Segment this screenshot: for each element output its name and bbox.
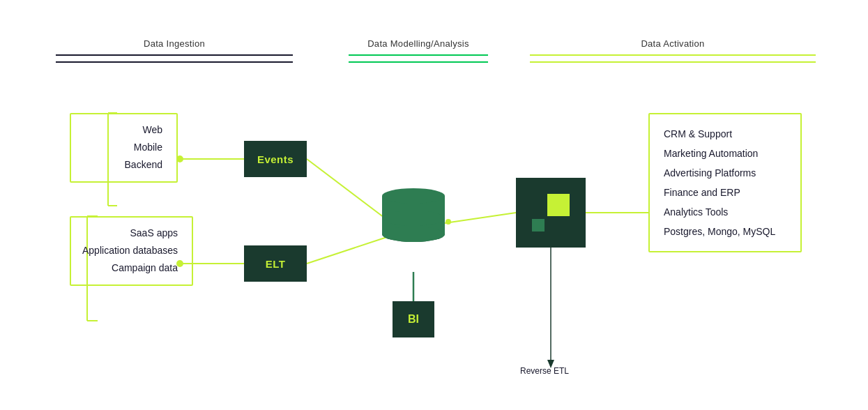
- activation-advertising: Advertising Platforms: [664, 163, 786, 183]
- elt-box: ELT: [244, 245, 307, 282]
- activation-analytics: Analytics Tools: [664, 202, 786, 222]
- section-header-activation: Data Activation: [530, 38, 816, 63]
- logo-inner: [532, 194, 570, 231]
- source-app-db: Application databases: [82, 242, 181, 259]
- svg-line-4: [445, 213, 516, 223]
- activation-label: Data Activation: [641, 38, 704, 49]
- source-group-top: Web Mobile Backend: [70, 113, 178, 183]
- ingestion-label: Data Ingestion: [144, 38, 205, 49]
- logo-square-big: [547, 194, 570, 216]
- svg-line-2: [307, 159, 387, 220]
- section-header-ingestion: Data Ingestion: [56, 38, 293, 63]
- source-mobile: Mobile: [82, 139, 165, 156]
- database-cylinder: [382, 188, 445, 242]
- bi-box: BI: [393, 301, 434, 337]
- activation-marketing: Marketing Automation: [664, 144, 786, 163]
- modelling-label: Data Modelling/Analysis: [367, 38, 469, 49]
- activation-finance: Finance and ERP: [664, 183, 786, 202]
- svg-point-5: [446, 219, 451, 225]
- activation-crm: CRM & Support: [664, 124, 786, 144]
- section-header-modelling: Data Modelling/Analysis: [349, 38, 488, 63]
- activation-postgres: Postgres, Mongo, MySQL: [664, 222, 786, 241]
- source-saas: SaaS apps: [82, 225, 181, 242]
- logo-square-small: [532, 219, 545, 231]
- events-box: Events: [244, 141, 307, 177]
- source-group-bottom: SaaS apps Application databases Campaign…: [70, 216, 193, 286]
- central-logo-box: [516, 178, 586, 248]
- svg-line-3: [307, 237, 387, 264]
- diagram-container: Data Ingestion Data Modelling/Analysis D…: [0, 0, 868, 410]
- source-backend: Backend: [82, 156, 165, 174]
- activation-box: CRM & Support Marketing Automation Adver…: [648, 113, 802, 252]
- source-web: Web: [82, 121, 165, 139]
- source-campaign: Campaign data: [82, 259, 181, 277]
- reverse-etl-label: Reverse ETL: [520, 366, 569, 376]
